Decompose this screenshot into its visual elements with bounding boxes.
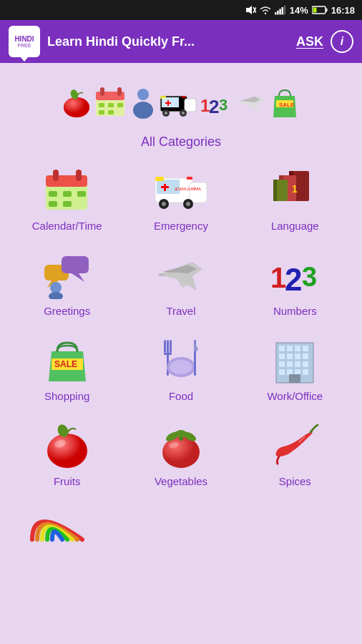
numbers-label: Numbers xyxy=(273,305,317,317)
svg-rect-18 xyxy=(99,103,104,107)
svg-text:1: 1 xyxy=(292,183,298,195)
colors-icon xyxy=(29,500,86,543)
svg-rect-6 xyxy=(281,7,283,14)
category-fruits[interactable]: Fruits xyxy=(10,412,124,497)
svg-text:AMBULANCE: AMBULANCE xyxy=(175,187,201,191)
svg-rect-76 xyxy=(158,273,164,276)
bottom-partial-category[interactable] xyxy=(7,497,355,547)
svg-rect-102 xyxy=(303,361,308,367)
category-vegetables[interactable]: Vegetables xyxy=(124,412,238,497)
svg-rect-72 xyxy=(62,256,89,273)
spices-icon xyxy=(269,419,321,471)
svg-point-32 xyxy=(165,112,167,114)
spices-label: Spices xyxy=(279,475,311,487)
svg-point-74 xyxy=(50,282,62,293)
svg-rect-35 xyxy=(160,96,166,99)
svg-rect-61 xyxy=(187,177,192,180)
status-bar: 14% 16:18 xyxy=(0,0,362,20)
svg-rect-83 xyxy=(164,340,166,353)
svg-rect-7 xyxy=(284,6,285,15)
battery-icon xyxy=(312,6,328,14)
language-label: Language xyxy=(271,220,319,232)
svg-text:SALE: SALE xyxy=(54,359,77,369)
category-numbers[interactable]: 1 2 3 Numbers xyxy=(238,242,352,327)
svg-rect-30 xyxy=(165,102,171,104)
categories-grid: Calendar/Time AMBULANCE xyxy=(7,157,355,497)
category-food[interactable]: Food xyxy=(124,327,238,412)
svg-text:SALE: SALE xyxy=(279,102,295,108)
category-language[interactable]: 1 Language xyxy=(238,157,352,242)
calendar-time-label: Calendar/Time xyxy=(32,220,102,232)
svg-rect-99 xyxy=(279,361,285,367)
category-work-office[interactable]: Work/Office xyxy=(238,327,352,412)
svg-rect-91 xyxy=(279,346,285,351)
food-icon xyxy=(155,334,207,386)
svg-rect-52 xyxy=(190,182,207,203)
battery-percent: 14% xyxy=(290,5,308,16)
svg-text:2: 2 xyxy=(209,96,219,117)
info-button[interactable]: i xyxy=(331,30,353,53)
svg-text:3: 3 xyxy=(302,262,317,292)
work-office-label: Work/Office xyxy=(267,390,323,402)
svg-rect-10 xyxy=(313,8,316,13)
svg-rect-103 xyxy=(279,369,285,375)
svg-rect-85 xyxy=(164,353,172,355)
category-travel[interactable]: Travel xyxy=(124,242,238,327)
svg-rect-95 xyxy=(279,353,285,359)
app-header: HINDI FREE Learn Hindi Quickly Fr... ASK… xyxy=(0,20,362,63)
svg-rect-46 xyxy=(49,191,57,197)
svg-rect-47 xyxy=(63,191,72,197)
svg-rect-107 xyxy=(289,374,300,383)
calendar-time-icon xyxy=(41,164,93,215)
svg-text:2: 2 xyxy=(285,262,302,297)
fruits-icon xyxy=(41,419,93,471)
svg-point-23 xyxy=(137,89,149,100)
logo-triangle xyxy=(21,57,28,62)
svg-rect-19 xyxy=(108,103,114,107)
svg-rect-94 xyxy=(303,346,308,351)
banner-person-icon xyxy=(130,86,156,119)
svg-point-111 xyxy=(162,436,200,468)
category-emergency[interactable]: AMBULANCE Emergency xyxy=(124,157,238,242)
svg-rect-105 xyxy=(295,369,300,375)
shopping-icon: SALE xyxy=(41,334,93,386)
clock: 16:18 xyxy=(331,5,355,16)
svg-point-34 xyxy=(182,112,185,114)
svg-rect-4 xyxy=(277,11,278,15)
banner-ambulance-icon xyxy=(159,87,197,117)
ask-button[interactable]: ASK xyxy=(296,34,323,49)
food-label: Food xyxy=(169,390,193,402)
fruits-label: Fruits xyxy=(54,475,81,487)
emergency-icon: AMBULANCE xyxy=(152,164,210,215)
svg-point-108 xyxy=(47,434,87,468)
svg-rect-22 xyxy=(108,110,114,114)
svg-point-57 xyxy=(162,202,166,206)
svg-rect-48 xyxy=(77,191,86,197)
category-greetings[interactable]: Greetings xyxy=(10,242,124,327)
svg-rect-68 xyxy=(273,180,277,201)
svg-point-87 xyxy=(170,360,192,374)
banner-numbers-icon: 1 2 3 xyxy=(200,86,232,119)
wifi-icon xyxy=(260,5,271,15)
svg-rect-104 xyxy=(287,369,293,375)
shopping-label: Shopping xyxy=(44,390,89,402)
svg-rect-55 xyxy=(161,186,169,188)
greetings-icon xyxy=(41,249,93,301)
svg-rect-100 xyxy=(287,361,293,367)
svg-rect-3 xyxy=(275,12,276,14)
category-shopping[interactable]: SALE Shopping xyxy=(10,327,124,412)
svg-rect-101 xyxy=(295,361,300,367)
app-title: Learn Hindi Quickly Fr... xyxy=(47,34,289,49)
travel-icon xyxy=(155,249,207,301)
svg-point-12 xyxy=(64,97,89,117)
work-office-icon xyxy=(269,334,321,386)
category-calendar-time[interactable]: Calendar/Time xyxy=(10,157,124,242)
vegetables-label: Vegetables xyxy=(155,475,207,487)
svg-marker-0 xyxy=(246,6,252,14)
category-spices[interactable]: Spices xyxy=(238,412,352,497)
svg-rect-44 xyxy=(53,170,59,181)
language-icon: 1 xyxy=(269,164,321,215)
svg-rect-20 xyxy=(117,103,123,107)
emergency-label: Emergency xyxy=(154,220,208,232)
svg-point-116 xyxy=(175,430,187,437)
